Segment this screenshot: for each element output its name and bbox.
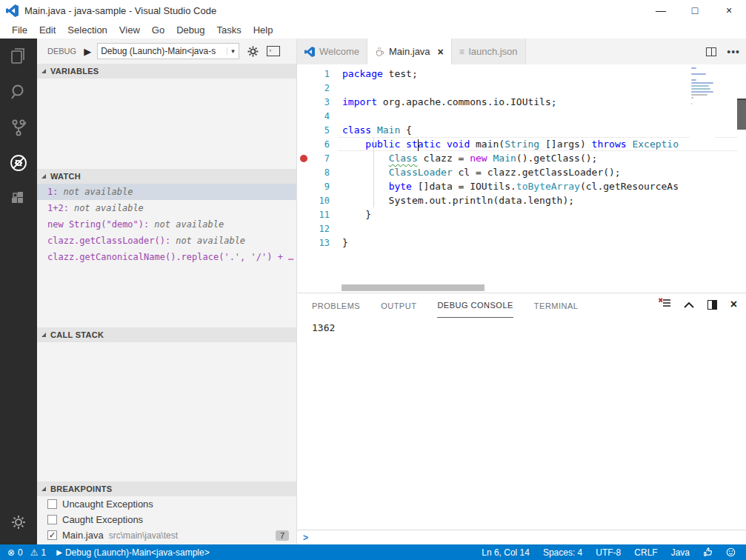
breakpoint-gutter[interactable] — [297, 165, 310, 179]
breakpoint-gutter[interactable] — [297, 151, 310, 165]
line-number[interactable]: 13 — [310, 238, 330, 248]
encoding-status[interactable]: UTF-8 — [596, 547, 621, 558]
close-panel-icon[interactable]: × — [730, 299, 737, 310]
code-editor[interactable]: 1package test;23import org.apache.common… — [297, 64, 746, 293]
checkbox-checked-icon[interactable]: ✓ — [47, 530, 57, 540]
line-number[interactable]: 5 — [310, 125, 330, 136]
source-control-icon[interactable] — [0, 110, 37, 145]
watch-item[interactable]: clazz.getCanonicalName().replace('.', '/… — [37, 249, 296, 265]
checkbox-unchecked-icon[interactable] — [47, 515, 57, 524]
tab-output[interactable]: OUTPUT — [381, 293, 416, 318]
line-number[interactable]: 9 — [310, 181, 330, 192]
watch-item[interactable]: 1+2:not available — [37, 200, 296, 216]
debug-launch-status[interactable]: ▶ Debug (Launch)-Main<java-sample> — [56, 547, 209, 558]
close-window-button[interactable]: × — [712, 0, 746, 21]
breakpoint-gutter[interactable] — [297, 207, 310, 221]
breakpoint-gutter[interactable] — [297, 221, 310, 236]
breakpoint-gutter[interactable] — [297, 193, 310, 207]
breakpoint-gutter[interactable] — [297, 123, 310, 137]
menu-item-help[interactable]: Help — [247, 23, 279, 37]
breakpoint-item[interactable]: ✓Main.javasrc\main\java\test7 — [37, 527, 296, 543]
line-number[interactable]: 2 — [310, 83, 330, 93]
line-number[interactable]: 6 — [310, 139, 330, 150]
section-header-breakpoints[interactable]: BREAKPOINTS — [37, 481, 296, 496]
horizontal-scrollbar[interactable] — [342, 284, 484, 291]
code-token: throws — [592, 139, 627, 150]
open-debug-console-icon[interactable]: › — [266, 44, 281, 59]
code-line-text: } — [330, 209, 738, 220]
tab-debug-console[interactable]: DEBUG CONSOLE — [437, 293, 513, 318]
menu-item-tasks[interactable]: Tasks — [210, 23, 247, 37]
code-token: import — [342, 96, 377, 107]
tab-welcome[interactable]: Welcome — [297, 39, 367, 64]
indentation-status[interactable]: Spaces: 4 — [543, 547, 582, 558]
search-icon[interactable] — [0, 74, 37, 110]
line-number[interactable]: 10 — [310, 196, 330, 206]
watch-item[interactable]: 1:not available — [37, 184, 296, 200]
start-debug-button[interactable]: ▶ — [84, 46, 91, 57]
menu-item-file[interactable]: File — [6, 23, 33, 37]
section-title: WATCH — [50, 172, 81, 181]
menu-item-edit[interactable]: Edit — [33, 23, 61, 37]
section-header-call-stack[interactable]: CALL STACK — [37, 327, 296, 342]
code-line-text: public static void main(String []args) t… — [330, 139, 738, 150]
debug-config-select[interactable]: Debug (Launch)-Main<java-s ▾ — [97, 43, 239, 59]
breakpoint-item[interactable]: Caught Exceptions — [37, 512, 296, 527]
cursor-position-status[interactable]: Ln 6, Col 14 — [482, 547, 530, 558]
breakpoint-item[interactable]: Uncaught Exceptions — [37, 496, 296, 512]
breakpoint-gutter[interactable] — [297, 67, 310, 81]
line-number[interactable]: 12 — [310, 224, 330, 234]
extensions-icon[interactable] — [0, 181, 37, 216]
menu-item-go[interactable]: Go — [146, 23, 170, 37]
configure-gear-icon[interactable] — [245, 44, 260, 59]
minimap[interactable] — [690, 64, 715, 139]
split-panel-icon[interactable] — [707, 300, 717, 310]
breakpoint-gutter[interactable] — [297, 95, 310, 109]
menu-item-view[interactable]: View — [113, 23, 146, 37]
vertical-scrollbar[interactable] — [737, 100, 746, 130]
breakpoint-path: src\main\java\test — [109, 530, 270, 541]
explorer-icon[interactable] — [0, 39, 37, 74]
line-number[interactable]: 3 — [310, 97, 330, 107]
maximize-button[interactable]: □ — [678, 0, 712, 21]
minimize-button[interactable]: — — [644, 0, 678, 21]
section-header-variables[interactable]: VARIABLES — [37, 64, 296, 79]
language-status[interactable]: Java — [671, 547, 690, 558]
problems-status[interactable]: ⊗ 0 ⚠ 1 — [7, 547, 46, 558]
close-tab-icon[interactable]: × — [438, 46, 444, 58]
section-header-watch[interactable]: WATCH — [37, 169, 296, 184]
tab-problems[interactable]: PROBLEMS — [312, 293, 360, 318]
maximize-panel-icon[interactable] — [684, 298, 694, 311]
watch-value: not available — [74, 203, 144, 213]
checkbox-unchecked-icon[interactable] — [47, 499, 57, 509]
tab-launch-json[interactable]: ≡ launch.json — [452, 39, 526, 64]
line-number[interactable]: 8 — [310, 167, 330, 178]
breakpoint-dot[interactable] — [300, 155, 307, 162]
tab-main-java[interactable]: Main.java × — [367, 39, 452, 64]
menu-item-selection[interactable]: Selection — [61, 23, 113, 37]
watch-item[interactable]: new String("demo"):not available — [37, 216, 296, 233]
breakpoint-gutter[interactable] — [297, 109, 310, 123]
breakpoint-gutter[interactable] — [297, 137, 310, 151]
watch-expression: clazz.getClassLoader(): — [47, 236, 170, 246]
line-number[interactable]: 7 — [310, 153, 330, 164]
breakpoint-gutter[interactable] — [297, 179, 310, 193]
line-number[interactable]: 1 — [310, 69, 330, 79]
tab-terminal[interactable]: TERMINAL — [534, 293, 579, 318]
menu-item-debug[interactable]: Debug — [170, 23, 210, 37]
watch-item[interactable]: clazz.getClassLoader():not available — [37, 233, 296, 249]
code-token — [400, 139, 406, 150]
eol-status[interactable]: CRLF — [634, 547, 657, 558]
more-actions-icon[interactable]: ••• — [727, 46, 740, 58]
breakpoint-gutter[interactable] — [297, 236, 310, 250]
line-number[interactable]: 4 — [310, 111, 330, 121]
line-number[interactable]: 11 — [310, 210, 330, 220]
debug-icon[interactable] — [0, 145, 37, 181]
settings-gear-icon[interactable] — [0, 504, 37, 540]
clear-console-icon[interactable] — [659, 298, 670, 311]
debug-console-input[interactable]: > — [297, 530, 746, 544]
split-editor-icon[interactable] — [706, 47, 716, 56]
breakpoint-gutter[interactable] — [297, 81, 310, 95]
feedback-hand-icon[interactable] — [703, 547, 713, 557]
smiley-icon[interactable] — [726, 547, 736, 557]
